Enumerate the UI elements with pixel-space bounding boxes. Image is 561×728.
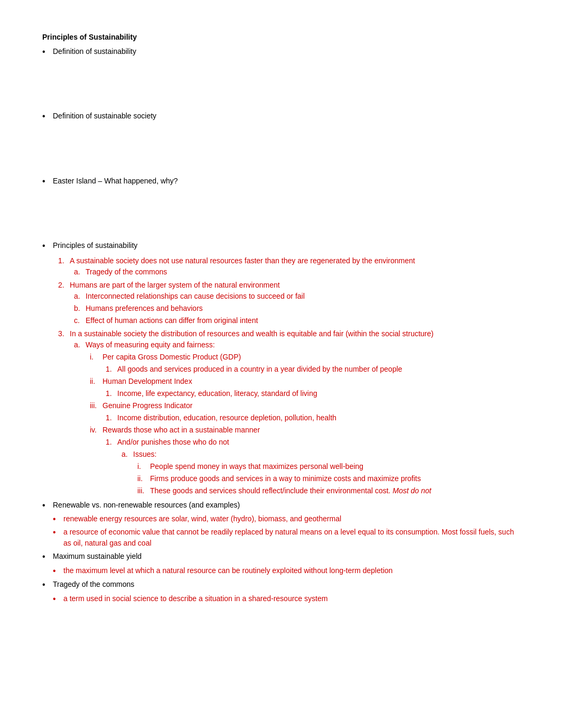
alpha2-a-label: a. bbox=[121, 449, 133, 460]
num-iii-1-text: Income distribution, education, resource… bbox=[117, 412, 336, 423]
bullet-dot-1: • bbox=[42, 46, 53, 58]
sub-bullet-dot-b1b: • bbox=[53, 527, 63, 538]
principle-1: 1. A sustainable society does not use na… bbox=[58, 255, 519, 278]
alpha2-a-text: Issues: bbox=[133, 449, 156, 460]
alpha-2c-text: Effect of human actions can differ from … bbox=[86, 315, 258, 326]
bullet-dot-2: • bbox=[42, 110, 53, 122]
bullet-dot-b3: • bbox=[42, 579, 53, 591]
roman2-iii-italic: Most do not bbox=[392, 485, 431, 496]
principle-3: 3. In a sustainable society the distribu… bbox=[58, 328, 519, 496]
bottom-section-1: • Renewable vs. non-renewable resources … bbox=[42, 500, 519, 549]
bottom-1-sub-1: renewable energy resources are solar, wi… bbox=[63, 513, 341, 524]
roman2-ii-label: ii. bbox=[137, 473, 150, 484]
section-3: • Easter Island – What happened, why? bbox=[42, 176, 519, 187]
roman2-i-text: People spend money in ways that maximize… bbox=[150, 461, 363, 472]
bottom-section-3: • Tragedy of the commons • a term used i… bbox=[42, 579, 519, 605]
bottom-3-sub-1: a term used in social science to describ… bbox=[63, 593, 328, 604]
bottom-section-2: • Maximum sustainable yield • the maximu… bbox=[42, 551, 519, 577]
bottom-1-sub-2: a resource of economic value that cannot… bbox=[63, 527, 519, 549]
num-iv-1-text: And/or punishes those who do not bbox=[117, 437, 229, 448]
roman-ii-text: Human Development Index bbox=[102, 376, 192, 387]
roman-ii-label: ii. bbox=[90, 376, 102, 387]
principle-2-text: Humans are part of the larger system of … bbox=[70, 280, 280, 291]
principles-header: Principles of sustainability bbox=[53, 240, 137, 251]
num-ii-1-label: 1. bbox=[106, 388, 117, 399]
roman2-ii-text: Firms produce goods and services in a wa… bbox=[150, 473, 421, 484]
page-title: Principles of Sustainability bbox=[42, 32, 519, 43]
section-3-text: Easter Island – What happened, why? bbox=[53, 176, 178, 187]
bottom-3-text: Tragedy of the commons bbox=[53, 579, 134, 590]
num-iii-1-label: 1. bbox=[106, 412, 117, 423]
alpha-2a-label: a. bbox=[74, 291, 86, 302]
num-ii-1-text: Income, life expectancy, education, lite… bbox=[117, 388, 317, 399]
num-2: 2. bbox=[58, 280, 70, 291]
roman2-iii-label: iii. bbox=[137, 485, 150, 496]
num-3: 3. bbox=[58, 328, 70, 339]
num-iv-1-label: 1. bbox=[106, 437, 117, 448]
roman-iv-text: Rewards those who act in a sustainable m… bbox=[102, 425, 260, 436]
alpha-2c-label: c. bbox=[74, 315, 86, 326]
num-i-1-text: All goods and services produced in a cou… bbox=[117, 364, 402, 375]
sub-bullet-dot-b3a: • bbox=[53, 593, 63, 605]
bullet-dot-3: • bbox=[42, 176, 53, 187]
principle-3-text: In a sustainable society the distributio… bbox=[70, 328, 434, 339]
num-1: 1. bbox=[58, 255, 70, 266]
section-1-text: Definition of sustainability bbox=[53, 46, 136, 57]
principles-section: • Principles of sustainability 1. A sust… bbox=[42, 240, 519, 496]
roman2-i-label: i. bbox=[137, 461, 150, 472]
bottom-2-text: Maximum sustainable yield bbox=[53, 551, 142, 562]
section-1: • Definition of sustainability bbox=[42, 46, 519, 58]
alpha-2a-text: Interconnected relationships can cause d… bbox=[86, 291, 305, 302]
alpha-2b-label: b. bbox=[74, 303, 86, 314]
bullet-dot-principles: • bbox=[42, 240, 53, 252]
sub-bullet-dot-b1a: • bbox=[53, 513, 63, 525]
roman2-iii-text: These goods and services should reflect/… bbox=[150, 485, 390, 496]
bullet-dot-b2: • bbox=[42, 551, 53, 563]
roman-i-label: i. bbox=[90, 352, 102, 363]
section-2: • Definition of sustainable society bbox=[42, 110, 519, 122]
alpha-1a-text: Tragedy of the commons bbox=[86, 266, 167, 278]
alpha-1a-label: a. bbox=[74, 266, 86, 278]
bottom-2-sub-1: the maximum level at which a natural res… bbox=[63, 565, 392, 576]
roman-iii-label: iii. bbox=[90, 400, 102, 411]
roman-i-text: Per capita Gross Domestic Product (GDP) bbox=[102, 352, 241, 363]
alpha-3a-text: Ways of measuring equity and fairness: bbox=[86, 339, 215, 351]
section-2-text: Definition of sustainable society bbox=[53, 110, 156, 122]
roman-iii-text: Genuine Progress Indicator bbox=[102, 400, 192, 411]
principle-1-text: A sustainable society does not use natur… bbox=[70, 255, 415, 266]
sub-bullet-dot-b2a: • bbox=[53, 565, 63, 577]
num-i-1-label: 1. bbox=[106, 364, 117, 375]
principle-2: 2. Humans are part of the larger system … bbox=[58, 280, 519, 326]
bottom-1-text: Renewable vs. non-renewable resources (a… bbox=[53, 500, 240, 511]
bullet-dot-b1: • bbox=[42, 500, 53, 511]
roman-iv-label: iv. bbox=[90, 425, 102, 436]
alpha-3a-label: a. bbox=[74, 339, 86, 351]
alpha-2b-text: Humans preferences and behaviors bbox=[86, 303, 203, 314]
